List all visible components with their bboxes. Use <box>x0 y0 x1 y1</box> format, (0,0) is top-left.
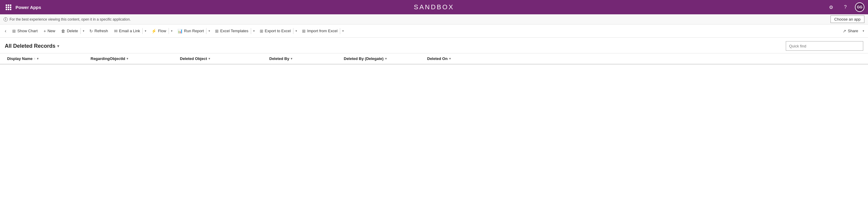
email-link-label: Email a Link <box>119 29 140 33</box>
choose-app-button[interactable]: Choose an app <box>831 16 864 23</box>
nav-right: ⚙ ? GG <box>826 2 864 12</box>
waffle-menu-button[interactable] <box>4 2 13 12</box>
export-excel-icon: ⊞ <box>260 29 263 33</box>
report-dropdown-arrow-icon: ▾ <box>209 29 210 32</box>
flow-dropdown-arrow-icon: ▾ <box>171 29 173 32</box>
export-excel-button[interactable]: ⊞ Export to Excel <box>257 26 293 36</box>
run-report-dropdown-button[interactable]: ▾ <box>207 26 212 36</box>
col-header-deleted-on[interactable]: Deleted On ▾ <box>425 53 484 64</box>
import-excel-label: Import from Excel <box>307 29 338 33</box>
info-bar-left: i For the best experience viewing this c… <box>4 17 131 22</box>
col-deleted-object-filter-icon: ▾ <box>209 57 210 60</box>
refresh-icon: ↻ <box>89 29 93 33</box>
new-label: New <box>48 29 55 33</box>
refresh-label: Refresh <box>94 29 108 33</box>
avatar-button[interactable]: GG <box>855 2 864 12</box>
show-chart-label: Show Chart <box>17 29 37 33</box>
col-header-deleted-by-delegate[interactable]: Deleted By (Delegate) ▾ <box>341 53 425 64</box>
col-deleted-by-filter-icon: ▾ <box>291 57 292 60</box>
table-empty-area <box>0 64 868 184</box>
flow-dropdown-button[interactable]: ▾ <box>169 26 174 36</box>
col-regarding-object-filter-icon: ▾ <box>127 57 128 60</box>
excel-templates-dropdown-arrow-icon: ▾ <box>253 29 255 32</box>
page-header: All Deleted Records ▾ <box>0 37 868 53</box>
quick-find-container <box>786 41 863 51</box>
report-icon: 📊 <box>178 29 183 33</box>
excel-templates-dropdown-button[interactable]: ▾ <box>251 26 256 36</box>
flow-icon: ⚡ <box>151 29 156 33</box>
excel-templates-icon: ⊞ <box>215 29 219 33</box>
excel-templates-label: Excel Templates <box>220 29 248 33</box>
command-bar: ‹ ⊞ Show Chart + New 🗑 Delete ▾ ↻ Refres… <box>0 25 868 37</box>
settings-button[interactable]: ⚙ <box>826 2 836 12</box>
col-regarding-object-id-label: RegardingObjectId <box>91 56 125 61</box>
col-deleted-on-label: Deleted On <box>427 56 448 61</box>
delete-dropdown-arrow-icon: ▾ <box>83 29 84 32</box>
help-icon: ? <box>844 4 847 10</box>
flow-button-group: ⚡ Flow ▾ <box>149 26 174 36</box>
nav-left: Power Apps <box>4 2 41 12</box>
import-excel-button-group: ⊞ Import from Excel ▾ <box>300 26 345 36</box>
col-display-name-label: Display Name <box>7 56 32 61</box>
email-link-button-group: ✉ Email a Link ▾ <box>112 26 148 36</box>
info-message: For the best experience viewing this con… <box>9 17 131 22</box>
sandbox-label: SANDBOX <box>414 3 454 11</box>
excel-templates-button[interactable]: ⊞ Excel Templates <box>213 26 250 36</box>
col-deleted-by-label: Deleted By <box>269 56 289 61</box>
run-report-label: Run Report <box>184 29 204 33</box>
page-title-chevron-icon[interactable]: ▾ <box>57 44 59 48</box>
show-chart-button[interactable]: ⊞ Show Chart <box>10 26 40 36</box>
back-icon: ‹ <box>5 28 6 34</box>
delete-dropdown-button[interactable]: ▾ <box>81 26 86 36</box>
share-dropdown-arrow-icon: ▾ <box>863 29 864 32</box>
flow-button[interactable]: ⚡ Flow <box>149 26 168 36</box>
col-header-regarding-object-id[interactable]: RegardingObjectId ▾ <box>88 53 178 64</box>
excel-templates-button-group: ⊞ Excel Templates ▾ <box>213 26 256 36</box>
page-title: All Deleted Records <box>5 43 55 49</box>
settings-icon: ⚙ <box>829 4 833 10</box>
nav-center: SANDBOX <box>414 3 454 11</box>
back-button[interactable]: ‹ <box>2 27 9 35</box>
plus-icon: + <box>43 29 46 33</box>
page-title-container: All Deleted Records ▾ <box>5 43 59 49</box>
email-icon: ✉ <box>114 29 118 33</box>
col-deleted-by-delegate-label: Deleted By (Delegate) <box>344 56 384 61</box>
col-deleted-object-label: Deleted Object <box>180 56 207 61</box>
col-header-display-name[interactable]: Display Name ↑ ▾ <box>5 53 88 64</box>
email-dropdown-button[interactable]: ▾ <box>143 26 148 36</box>
export-excel-dropdown-arrow-icon: ▾ <box>296 29 297 32</box>
import-excel-dropdown-button[interactable]: ▾ <box>340 26 345 36</box>
col-deleted-by-delegate-filter-icon: ▾ <box>385 57 386 60</box>
delete-button-group: 🗑 Delete ▾ <box>59 26 86 36</box>
share-dropdown-button[interactable]: ▾ <box>861 26 866 36</box>
quick-find-input[interactable] <box>786 41 863 51</box>
new-button[interactable]: + New <box>41 26 58 36</box>
col-deleted-on-filter-icon: ▾ <box>449 57 451 60</box>
col-header-deleted-by[interactable]: Deleted By ▾ <box>267 53 341 64</box>
help-button[interactable]: ? <box>841 2 850 12</box>
delete-label: Delete <box>67 29 78 33</box>
top-navigation: Power Apps SANDBOX ⚙ ? GG <box>0 0 868 14</box>
export-excel-label: Export to Excel <box>265 29 291 33</box>
chart-icon: ⊞ <box>12 29 16 33</box>
import-excel-button[interactable]: ⊞ Import from Excel <box>300 26 340 36</box>
new-button-group: + New <box>41 26 58 36</box>
col-display-name-filter-icon: ▾ <box>37 57 38 60</box>
delete-icon: 🗑 <box>61 29 65 33</box>
refresh-button[interactable]: ↻ Refresh <box>87 26 111 36</box>
run-report-button[interactable]: 📊 Run Report <box>175 26 206 36</box>
app-title: Power Apps <box>16 5 41 10</box>
col-header-deleted-object[interactable]: Deleted Object ▾ <box>178 53 267 64</box>
import-excel-dropdown-arrow-icon: ▾ <box>342 29 344 32</box>
table-header: Display Name ↑ ▾ RegardingObjectId ▾ Del… <box>0 53 868 64</box>
share-icon: ↗ <box>843 29 846 33</box>
share-label: Share <box>848 29 858 33</box>
export-excel-button-group: ⊞ Export to Excel ▾ <box>257 26 299 36</box>
import-excel-icon: ⊞ <box>302 29 306 33</box>
delete-button[interactable]: 🗑 Delete <box>59 26 81 36</box>
cmd-bar-right: ↗ Share ▾ <box>840 26 866 36</box>
export-excel-dropdown-button[interactable]: ▾ <box>293 26 299 36</box>
content-area: All Deleted Records ▾ Display Name ↑ ▾ R… <box>0 37 868 184</box>
share-button[interactable]: ↗ Share <box>840 26 861 36</box>
email-link-button[interactable]: ✉ Email a Link <box>112 26 143 36</box>
